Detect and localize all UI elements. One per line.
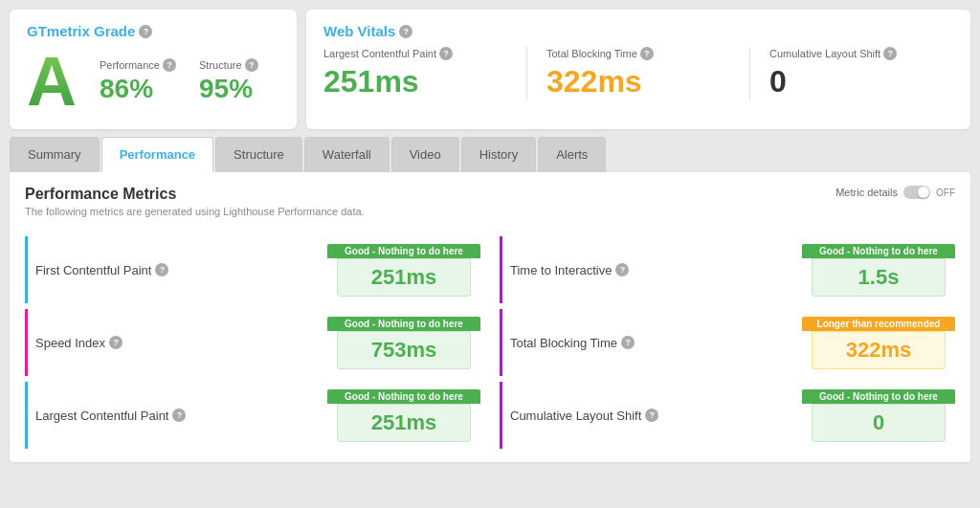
structure-metric: Structure ? 95% bbox=[199, 58, 258, 104]
web-vitals-card: Web Vitals ? Largest Contentful Paint ? … bbox=[306, 10, 970, 129]
tab-summary[interactable]: Summary bbox=[10, 137, 100, 172]
metric-label-fcp: First Contentful Paint ? bbox=[35, 263, 327, 277]
toggle-off-label: OFF bbox=[936, 188, 955, 198]
cls-value: 0 bbox=[769, 64, 953, 99]
tbt-info-icon[interactable]: ? bbox=[640, 47, 654, 60]
perf-row-cls: Cumulative Layout Shift ? Good - Nothing… bbox=[500, 382, 955, 449]
cls-vital: Cumulative Layout Shift ? 0 bbox=[769, 47, 953, 99]
value-box-si: 753ms bbox=[337, 331, 471, 369]
grade-card: GTmetrix Grade ? A Performance ? 86% bbox=[10, 10, 297, 129]
tab-performance[interactable]: Performance bbox=[101, 137, 213, 172]
toggle-bg bbox=[903, 186, 930, 199]
fcp-info-icon[interactable]: ? bbox=[155, 263, 168, 276]
web-vitals-header: Web Vitals ? bbox=[323, 23, 953, 39]
structure-value: 95% bbox=[199, 74, 258, 104]
tab-video[interactable]: Video bbox=[391, 137, 459, 172]
perf-row-tbt: Total Blocking Time ? Longer than recomm… bbox=[500, 309, 955, 376]
performance-value: 86% bbox=[100, 74, 176, 104]
perf-row-fcp: First Contentful Paint ? Good - Nothing … bbox=[25, 236, 480, 303]
value-badge-wrapper-lcp: Good - Nothing to do here 251ms bbox=[327, 389, 480, 442]
value-box-lcp: 251ms bbox=[337, 404, 471, 442]
grade-letter: A bbox=[27, 47, 77, 116]
value-badge-wrapper-cls: Good - Nothing to do here 0 bbox=[802, 389, 955, 442]
tbt-value: 322ms bbox=[546, 64, 730, 99]
status-badge-tti: Good - Nothing to do here bbox=[802, 244, 955, 258]
perf-row-lcp: Largest Contentful Paint ? Good - Nothin… bbox=[25, 382, 480, 449]
tab-alerts[interactable]: Alerts bbox=[538, 137, 606, 172]
vital-divider-2 bbox=[749, 47, 750, 99]
performance-info-icon[interactable]: ? bbox=[163, 58, 176, 72]
status-badge-cls: Good - Nothing to do here bbox=[802, 389, 955, 404]
metric-label-lcp: Largest Contentful Paint ? bbox=[35, 409, 327, 423]
value-box-tbt: 322ms bbox=[812, 331, 946, 369]
value-badge-wrapper-tbt: Longer than recommended 322ms bbox=[802, 317, 955, 369]
metric-value-si: Good - Nothing to do here 753ms bbox=[327, 317, 480, 369]
value-badge-wrapper-si: Good - Nothing to do here 753ms bbox=[327, 317, 480, 369]
tab-structure[interactable]: Structure bbox=[215, 137, 302, 172]
cls-label: Cumulative Layout Shift bbox=[769, 48, 880, 59]
metric-label-tti: Time to Interactive ? bbox=[510, 263, 802, 277]
metric-details-label: Metric details bbox=[835, 187, 898, 198]
metric-value-lcp: Good - Nothing to do here 251ms bbox=[327, 389, 480, 442]
status-badge-si: Good - Nothing to do here bbox=[327, 317, 480, 331]
status-badge-tbt: Longer than recommended bbox=[802, 317, 955, 331]
lcp-info-icon[interactable]: ? bbox=[439, 47, 453, 60]
tbt-label: Total Blocking Time bbox=[546, 48, 637, 59]
lcp-info-icon[interactable]: ? bbox=[172, 409, 186, 422]
structure-info-icon[interactable]: ? bbox=[245, 58, 258, 72]
value-badge-wrapper-fcp: Good - Nothing to do here 251ms bbox=[327, 244, 480, 297]
gtmetrix-label: GTmetrix Grade bbox=[27, 23, 135, 39]
tab-waterfall[interactable]: Waterfall bbox=[304, 137, 390, 172]
value-box-tti: 1.5s bbox=[812, 258, 946, 297]
lcp-value: 251ms bbox=[323, 64, 507, 99]
cls-info-icon[interactable]: ? bbox=[645, 409, 658, 422]
metric-value-tbt: Longer than recommended 322ms bbox=[802, 317, 955, 369]
value-box-fcp: 251ms bbox=[337, 258, 471, 297]
tti-info-icon[interactable]: ? bbox=[615, 263, 629, 276]
metric-value-fcp: Good - Nothing to do here 251ms bbox=[327, 244, 480, 297]
perf-grid: First Contentful Paint ? Good - Nothing … bbox=[25, 236, 955, 449]
gtmetrix-info-icon[interactable]: ? bbox=[139, 25, 152, 38]
vital-divider-1 bbox=[526, 47, 527, 99]
tbt-info-icon[interactable]: ? bbox=[621, 336, 635, 349]
toggle-dot bbox=[918, 187, 929, 198]
toggle-switch[interactable] bbox=[903, 186, 930, 199]
metric-value-cls: Good - Nothing to do here 0 bbox=[802, 389, 955, 442]
lcp-vital: Largest Contentful Paint ? 251ms bbox=[323, 47, 507, 99]
metric-label-si: Speed Index ? bbox=[35, 336, 327, 350]
web-vitals-info-icon[interactable]: ? bbox=[399, 25, 412, 38]
value-badge-wrapper-tti: Good - Nothing to do here 1.5s bbox=[802, 244, 955, 297]
perf-row-tti: Time to Interactive ? Good - Nothing to … bbox=[500, 236, 955, 303]
tab-history[interactable]: History bbox=[461, 137, 536, 172]
metric-label-cls: Cumulative Layout Shift ? bbox=[510, 409, 802, 423]
si-info-icon[interactable]: ? bbox=[109, 336, 122, 349]
section-title: Performance Metrics bbox=[25, 186, 955, 203]
performance-metric: Performance ? 86% bbox=[100, 58, 176, 104]
metric-details-toggle[interactable]: Metric details OFF bbox=[835, 186, 955, 199]
performance-label: Performance bbox=[100, 59, 160, 71]
cls-info-icon[interactable]: ? bbox=[883, 47, 897, 60]
tbt-vital: Total Blocking Time ? 322ms bbox=[546, 47, 730, 99]
web-vitals-label: Web Vitals bbox=[323, 23, 395, 39]
structure-label: Structure bbox=[199, 59, 242, 71]
status-badge-fcp: Good - Nothing to do here bbox=[327, 244, 480, 258]
value-box-cls: 0 bbox=[812, 404, 946, 442]
metric-value-tti: Good - Nothing to do here 1.5s bbox=[802, 244, 955, 297]
section-subtitle: The following metrics are generated usin… bbox=[25, 206, 955, 217]
perf-row-si: Speed Index ? Good - Nothing to do here … bbox=[25, 309, 480, 376]
main-content: Metric details OFF Performance Metrics T… bbox=[10, 172, 970, 462]
tabs-bar: Summary Performance Structure Waterfall … bbox=[0, 137, 980, 172]
lcp-label: Largest Contentful Paint bbox=[323, 48, 436, 59]
metric-label-tbt: Total Blocking Time ? bbox=[510, 336, 802, 350]
gtmetrix-header: GTmetrix Grade ? bbox=[27, 23, 258, 39]
status-badge-lcp: Good - Nothing to do here bbox=[327, 389, 480, 404]
